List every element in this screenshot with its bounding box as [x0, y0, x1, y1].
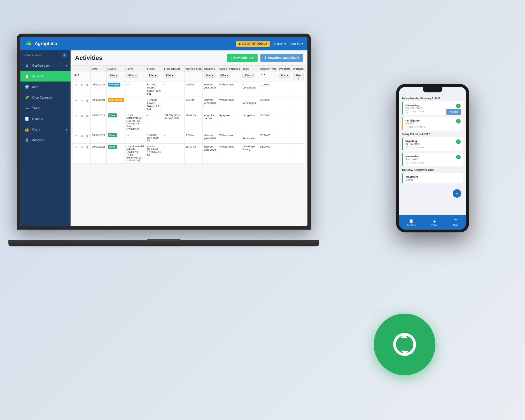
row5-field-groups: -: [163, 144, 184, 164]
row1-jobs: • Vendanges: [241, 81, 259, 97]
sidebar-item-configuration[interactable]: ⚙ Configuration ▾: [20, 60, 71, 71]
phone-nav-activities[interactable]: 📋 Activities: [407, 219, 416, 226]
collapse-menu[interactable]: Collapse menu +: [20, 50, 71, 60]
row4-fields: • Grande route (5.39 ha): [146, 132, 163, 144]
laptop-body: Agroptima ▶ VIDEO TUTORIALS English ▾ Ag…: [17, 34, 311, 230]
phone-activity-info: Treatment ...chios: [405, 175, 418, 181]
phone-date-header-thursday: Thursday February 3, 2022: [402, 169, 463, 171]
row1-field-groups: -: [163, 81, 184, 97]
farm-filter-button[interactable]: Filter ▾: [127, 73, 138, 78]
chevron-icon: ▾: [66, 64, 67, 67]
page-title: Activities: [75, 54, 102, 62]
filter-cell-status: Filter ▾: [106, 72, 125, 81]
sidebar-item-stock[interactable]: ↔ Stock: [20, 103, 71, 113]
phone-nav-more[interactable]: ☰ More: [453, 219, 458, 226]
delete-icon[interactable]: 🗑: [85, 134, 89, 138]
delete-icon[interactable]: 🗑: [85, 114, 89, 118]
row1-seasons: Harvest year 2020: [203, 81, 218, 97]
sync-icon-circle: [374, 314, 435, 375]
row3-workers: [292, 112, 305, 132]
phone-nav-fields-label: Fields: [431, 224, 437, 226]
col-fields: Fields: [146, 66, 163, 72]
sidebar: Collapse menu + ⚙ Configuration ▾ 📋: [20, 50, 71, 226]
sidebar-item-costs[interactable]: 💰 Costs ▾: [20, 124, 71, 135]
row1-status: Planned: [106, 81, 125, 97]
delete-icon[interactable]: 🗑: [85, 83, 89, 87]
filter-cell-worked-area: [184, 72, 203, 81]
row2-products: [278, 97, 292, 112]
account-dropdown[interactable]: Agro SL ▾: [290, 42, 303, 46]
copy-icon[interactable]: ⧉: [80, 134, 84, 138]
row4-worked-area: 5.39 ha: [184, 132, 203, 144]
seasons-filter-button[interactable]: Filter ▾: [204, 73, 215, 78]
jobs-filter-button[interactable]: Filter ▾: [242, 73, 254, 78]
row5-worked-area: 25.39 ha: [184, 144, 203, 164]
row2-seasons: Harvest year 2020: [203, 97, 218, 112]
phone-activity-treatment[interactable]: Treatment ...chios: [402, 173, 463, 183]
edit-icon[interactable]: ✏: [74, 98, 79, 103]
phone-fab-button[interactable]: +: [453, 189, 461, 198]
copy-icon[interactable]: ⧉: [80, 83, 84, 87]
row5-farm: • SAT Frutos del Valle (B-12345678)• Agr…: [125, 144, 146, 164]
costs-icon: 💰: [24, 127, 29, 132]
status-filter-button[interactable]: Filter ▾: [108, 73, 119, 78]
phone-activity-fertilization[interactable]: Fertilization Big field 🕐 02:34:17 | 25 …: [402, 117, 463, 130]
col-status: Status: [106, 66, 125, 72]
phone-activity-info: Harvesting Font road 3 🕐 07:20 | 5.39 ha: [405, 155, 424, 164]
edit-icon[interactable]: ✏: [74, 114, 79, 118]
fields-filter-button[interactable]: Filter ▾: [147, 73, 158, 78]
laptop-screen: Agroptima ▶ VIDEO TUTORIALS English ▾ Ag…: [20, 37, 307, 226]
crops-filter-button[interactable]: Filter ▾: [219, 73, 230, 78]
edit-icon[interactable]: ✏: [74, 145, 79, 150]
row1-fields: • Grand champ - Syrah (1.75 ha): [146, 81, 163, 97]
copy-icon[interactable]: ⧉: [80, 145, 84, 150]
sidebar-item-crop-calendar[interactable]: 🌾 Crop Calendar: [20, 92, 71, 103]
costs-chevron-icon: ▾: [66, 128, 67, 131]
done-check-icon: ✓: [456, 139, 461, 144]
table-row: ✏ ⧉ 🗑 09/09/2021 Done • SAT Frutos del V…: [73, 144, 305, 164]
col-worked-area: Worked area: [184, 66, 203, 72]
phone-activity-irrigating[interactable]: Irrigating 01 Ray-grass 🕐 5:45 | 59.99 h…: [402, 137, 463, 151]
filter-cell-activity-time: ▲ ▼: [259, 72, 278, 81]
row3-date: 09/10/2021: [91, 112, 107, 132]
row1-farm: • -: [125, 81, 146, 97]
clock-icon: 🕐: [405, 110, 408, 113]
workers-filter-button[interactable]: Filter ▾: [293, 73, 304, 80]
stock-icon: ↔: [24, 106, 29, 111]
delete-icon[interactable]: 🗑: [85, 145, 89, 150]
new-activity-button[interactable]: + New activity ▾: [227, 54, 258, 62]
sidebar-item-reports[interactable]: 📑 Reports: [20, 113, 71, 124]
sidebar-item-map[interactable]: 🌍 Map: [20, 81, 71, 92]
phone-activity-info: Fertilization Big field 🕐 02:34:17 | 25 …: [405, 119, 425, 128]
edit-icon[interactable]: ✏: [74, 134, 79, 138]
products-filter-button[interactable]: Filter ▾: [279, 73, 290, 78]
phone-activity-harvesting2[interactable]: Harvesting Font road 3 🕐 07:20 | 5.39 ha…: [402, 153, 463, 166]
row2-actions: ✏ ⧉ 🗑: [73, 97, 91, 112]
sync-arrows-svg: [388, 328, 421, 361]
copy-icon[interactable]: ⧉: [80, 98, 84, 103]
download-activities-button[interactable]: ⬇ Download activities ▾: [260, 54, 303, 62]
delete-icon[interactable]: 🗑: [85, 98, 89, 103]
row5-time: 08:00:00: [259, 144, 278, 164]
col-field-groups: Field Groups: [163, 66, 184, 72]
col-products: Products: [278, 66, 292, 72]
row5-workers: [292, 144, 305, 164]
row3-field-groups: • 01 Ray-grass '20 (58.47 ha): [163, 112, 184, 132]
language-dropdown[interactable]: English ▾: [273, 42, 286, 46]
row4-actions: ✏ ⧉ 🗑: [73, 132, 91, 144]
row3-crops: Ryegrass: [218, 112, 241, 132]
copy-icon[interactable]: ⧉: [80, 114, 84, 118]
phone-filter-button[interactable]: ▼ Filter: [446, 109, 461, 115]
row4-date: 09/10/2021: [91, 132, 107, 144]
clock-icon: 🕐: [405, 146, 408, 149]
video-tutorials-button[interactable]: ▶ VIDEO TUTORIALS: [236, 41, 270, 47]
sidebar-item-activities[interactable]: 📋 Activities: [20, 71, 71, 81]
row5-actions: ✏ ⧉ 🗑: [73, 144, 91, 164]
configuration-icon: ⚙: [24, 63, 29, 68]
row1-actions: ✏ ⧉ 🗑: [73, 81, 91, 97]
collapse-icon[interactable]: +: [62, 53, 67, 58]
sidebar-item-analysis[interactable]: 🔬 Analysis: [20, 135, 71, 145]
edit-icon[interactable]: ✏: [74, 83, 79, 87]
field-groups-filter-button[interactable]: Filter ▾: [164, 73, 175, 78]
phone-nav-fields[interactable]: ◈ Fields: [431, 219, 437, 226]
